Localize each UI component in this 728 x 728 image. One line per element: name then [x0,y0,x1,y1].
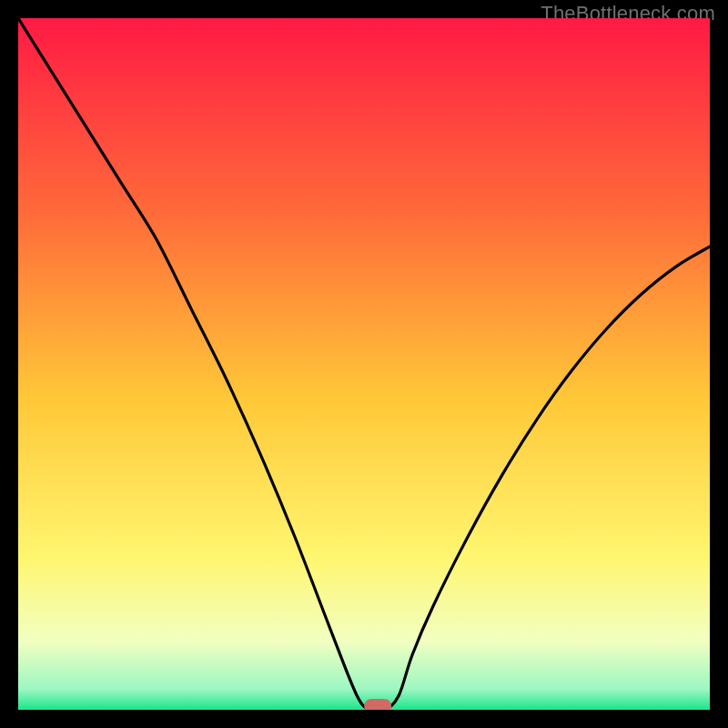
chart-background [18,18,710,710]
chart-plot [18,18,710,710]
optimal-point-marker [364,699,391,710]
chart-frame: TheBottleneck.com [0,0,728,728]
